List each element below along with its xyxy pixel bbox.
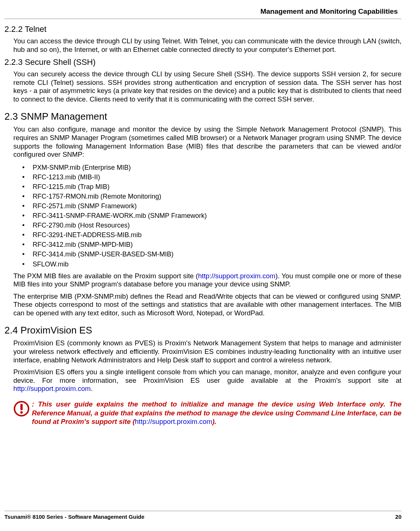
list-item: RFC-3291-INET-ADDRESS-MIB.mib [22, 230, 401, 240]
list-item: RFC-3414.mib (SNMP-USER-BASED-SM-MIB) [22, 249, 401, 259]
heading-2-3: 2.3 SNMP Management [4, 111, 401, 122]
text-run: . [91, 385, 93, 392]
text-run: The PXM MIB files are available on the P… [13, 272, 198, 280]
paragraph: ProximVision ES offers you a single inte… [13, 368, 401, 393]
page-footer: Tsunami® 8100 Series - Software Manageme… [4, 511, 401, 520]
heading-2-2-3: 2.2.3 Secure Shell (SSH) [4, 57, 401, 67]
support-link[interactable]: http://support.proxim.com [135, 418, 212, 425]
list-item: RFC-2571.mib (SNMP Framework) [22, 201, 401, 211]
heading-2-4: 2.4 ProximVision ES [4, 325, 401, 336]
header-divider [4, 19, 401, 19]
support-link[interactable]: http://support.proxim.com [198, 272, 275, 280]
list-item: RFC-1757-RMON.mib (Remote Monitoring) [22, 192, 401, 201]
text-run: ProximVision ES offers you a single inte… [13, 368, 401, 384]
footer-page-number: 20 [395, 514, 401, 520]
list-item: RFC-3411-SNMP-FRAME-WORK.mib (SNMP Frame… [22, 211, 401, 220]
important-icon [13, 401, 30, 417]
footer-divider [4, 511, 401, 511]
list-item: PXM-SNMP.mib (Enterprise MIB) [22, 163, 401, 172]
list-item: RFC-2790.mib (Host Resources) [22, 220, 401, 230]
paragraph: The PXM MIB files are available on the P… [13, 272, 401, 289]
mib-list: PXM-SNMP.mib (Enterprise MIB)RFC-1213.mi… [22, 163, 401, 269]
svg-rect-1 [20, 404, 23, 410]
footer-doc-title: Tsunami® 8100 Series - Software Manageme… [4, 514, 145, 520]
list-item: SFLOW.mib [22, 259, 401, 269]
list-item: RFC-1215.mib (Trap MIB) [22, 182, 401, 192]
paragraph: You can securely access the device throu… [13, 70, 401, 103]
paragraph: You can access the device through CLI by… [13, 37, 401, 54]
list-item: RFC-1213.mib (MIB-II) [22, 172, 401, 182]
paragraph: ProximVision ES (commonly known as PVES)… [13, 339, 401, 364]
list-item: RFC-3412.mib (SNMP-MPD-MIB) [22, 240, 401, 249]
heading-2-2-2: 2.2.2 Telnet [4, 24, 401, 34]
page-header-title: Management and Monitoring Capabilities [4, 7, 401, 19]
paragraph: The enterprise MIB (PXM-SNMP.mib) define… [13, 292, 401, 318]
text-run: ). [212, 418, 216, 425]
paragraph: You can also configure, manage and monit… [13, 125, 401, 159]
text-run: : This user guide explains the method to… [32, 400, 401, 425]
support-link[interactable]: http://support.proxim.com [13, 385, 91, 392]
note-text: : This user guide explains the method to… [32, 400, 401, 426]
svg-point-2 [20, 411, 23, 414]
important-note: : This user guide explains the method to… [13, 400, 401, 426]
